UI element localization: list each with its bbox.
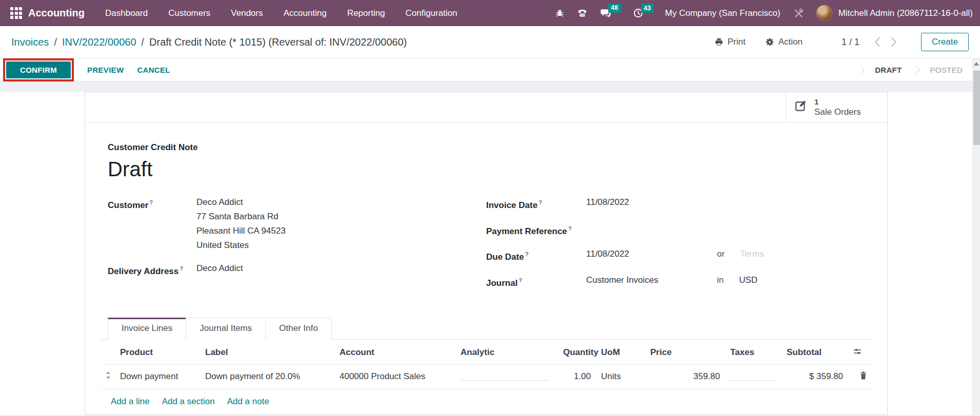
document-sheet: 1 Sale Orders Customer Credit Note Draft… (85, 92, 888, 415)
status-pipeline: DRAFT POSTED (847, 66, 963, 74)
currency-value[interactable]: USD (739, 273, 757, 290)
breadcrumb-separator: / (142, 36, 145, 48)
cell-label[interactable]: Down payment of 20.0% (200, 364, 334, 389)
column-header-subtotal[interactable]: Subtotal (782, 340, 848, 365)
customer-name[interactable]: Deco Addict (196, 195, 286, 210)
menu-item-accounting[interactable]: Accounting (284, 8, 327, 18)
journal-value[interactable]: Customer Invoices (586, 273, 717, 290)
user-menu[interactable]: Mitchell Admin (20867112-16-0-all) (838, 8, 973, 18)
column-header-analytic[interactable]: Analytic (455, 340, 558, 365)
pager-next-icon[interactable] (891, 37, 897, 47)
column-header-uom[interactable]: UoM (596, 340, 645, 365)
print-button[interactable]: Print (714, 37, 746, 47)
bug-icon[interactable] (555, 8, 565, 18)
menu-item-dashboard[interactable]: Dashboard (105, 8, 148, 18)
preview-button[interactable]: PREVIEW (87, 66, 124, 74)
activities-clock-icon[interactable]: 43 (633, 8, 644, 18)
add-section-link[interactable]: Add a section (162, 397, 215, 407)
pager-counter: 1 / 1 (842, 37, 859, 48)
cell-analytic[interactable] (455, 364, 558, 389)
invoice-date-value[interactable]: 11/08/2022 (586, 195, 629, 213)
sheet-container: 1 Sale Orders Customer Credit Note Draft… (0, 92, 980, 415)
delivery-address-value[interactable]: Deco Addict (196, 261, 243, 279)
sale-orders-count: 1 (814, 97, 861, 107)
menu-item-vendors[interactable]: Vendors (231, 8, 263, 18)
due-date-value[interactable]: 11/08/2022 (586, 247, 717, 264)
field-groups: Customer? Deco Addict 77 Santa Barbara R… (108, 195, 865, 299)
edit-note-icon (794, 99, 808, 115)
list-footer: Add a line Add a section Add a note (101, 389, 872, 414)
action-button[interactable]: Action (765, 37, 803, 47)
tools-icon[interactable] (793, 8, 804, 19)
status-arrow-icon (912, 66, 920, 74)
tab-invoice-lines[interactable]: Invoice Lines (108, 318, 186, 340)
optional-columns-icon[interactable] (848, 340, 872, 365)
cell-account[interactable]: 400000 Product Sales (334, 364, 455, 389)
voip-phone-icon[interactable] (577, 8, 588, 18)
create-button[interactable]: Create (921, 33, 969, 51)
invoice-lines-table: Product Label Account Analytic Quantity … (101, 340, 872, 389)
notebook: Invoice Lines Journal Items Other Info (101, 318, 872, 414)
breadcrumb-invoices[interactable]: Invoices (11, 36, 49, 48)
customer-address-line: United States (196, 238, 286, 253)
column-header-account[interactable]: Account (334, 340, 455, 365)
cell-price[interactable]: 359.80 (645, 364, 725, 389)
column-header-taxes[interactable]: Taxes (725, 340, 782, 365)
cell-uom[interactable]: Units (596, 364, 645, 389)
document-name: Draft (108, 158, 865, 181)
table-header-row: Product Label Account Analytic Quantity … (101, 340, 872, 365)
menu-item-reporting[interactable]: Reporting (347, 8, 385, 18)
help-marker: ? (525, 251, 529, 257)
tab-other-info[interactable]: Other Info (265, 318, 332, 340)
cell-quantity[interactable]: 1.00 (558, 364, 596, 389)
annotation-highlight-box: CONFIRM (3, 58, 74, 81)
menu-item-configuration[interactable]: Configuration (406, 8, 457, 18)
confirm-button[interactable]: CONFIRM (6, 61, 71, 78)
or-label: or (717, 247, 725, 264)
printer-icon (714, 37, 724, 47)
help-marker: ? (518, 277, 522, 283)
apps-menu-icon[interactable] (10, 7, 22, 19)
company-switcher[interactable]: My Company (San Francisco) (665, 8, 781, 18)
drag-handle[interactable] (101, 364, 115, 389)
document-type-label: Customer Credit Note (108, 142, 865, 153)
tab-journal-items[interactable]: Journal Items (186, 318, 266, 340)
vertical-scrollbar[interactable] (972, 58, 980, 416)
column-header-label[interactable]: Label (200, 340, 334, 365)
column-header-product[interactable]: Product (115, 340, 200, 365)
cancel-button[interactable]: CANCEL (137, 66, 170, 74)
add-note-link[interactable]: Add a note (227, 397, 269, 407)
invoice-line-row[interactable]: Down payment Down payment of 20.0% 40000… (101, 364, 872, 389)
scrollbar-up-icon[interactable] (974, 62, 979, 66)
delete-row-icon[interactable] (848, 364, 872, 389)
pager-previous-icon[interactable] (874, 37, 881, 47)
button-box: 1 Sale Orders (85, 92, 887, 123)
menu-item-customers[interactable]: Customers (168, 8, 210, 18)
breadcrumb: Invoices / INV/2022/00060 / Draft Credit… (11, 36, 407, 48)
help-marker: ? (179, 265, 183, 272)
invoice-date-field-label: Invoice Date? (486, 195, 586, 213)
status-posted[interactable]: POSTED (930, 66, 963, 74)
page-background-strip (0, 81, 980, 92)
scrollbar-thumb[interactable] (973, 71, 980, 145)
breadcrumb-invoice-number[interactable]: INV/2022/00060 (62, 36, 136, 48)
breadcrumb-separator: / (54, 36, 57, 48)
messages-icon[interactable]: 48 (600, 8, 611, 19)
sale-orders-stat-button[interactable]: 1 Sale Orders (786, 92, 887, 122)
app-name[interactable]: Accounting (28, 7, 85, 19)
column-header-quantity[interactable]: Quantity (558, 340, 596, 365)
status-draft[interactable]: DRAFT (875, 66, 902, 74)
in-label: in (717, 273, 724, 290)
avatar[interactable] (816, 5, 832, 21)
add-line-link[interactable]: Add a line (111, 397, 150, 407)
customer-field-value[interactable]: Deco Addict 77 Santa Barbara Rd Pleasant… (196, 195, 286, 253)
cell-product[interactable]: Down payment (115, 364, 200, 389)
cell-subtotal[interactable]: $ 359.80 (782, 364, 848, 389)
cell-taxes[interactable] (725, 364, 782, 389)
drag-column-header (101, 340, 115, 365)
payment-terms-field[interactable]: Terms (740, 247, 764, 264)
customer-field-label: Customer? (108, 195, 196, 253)
column-header-price[interactable]: Price (645, 340, 725, 365)
messages-badge: 48 (608, 4, 621, 13)
main-menu: Dashboard Customers Vendors Accounting R… (105, 8, 457, 18)
